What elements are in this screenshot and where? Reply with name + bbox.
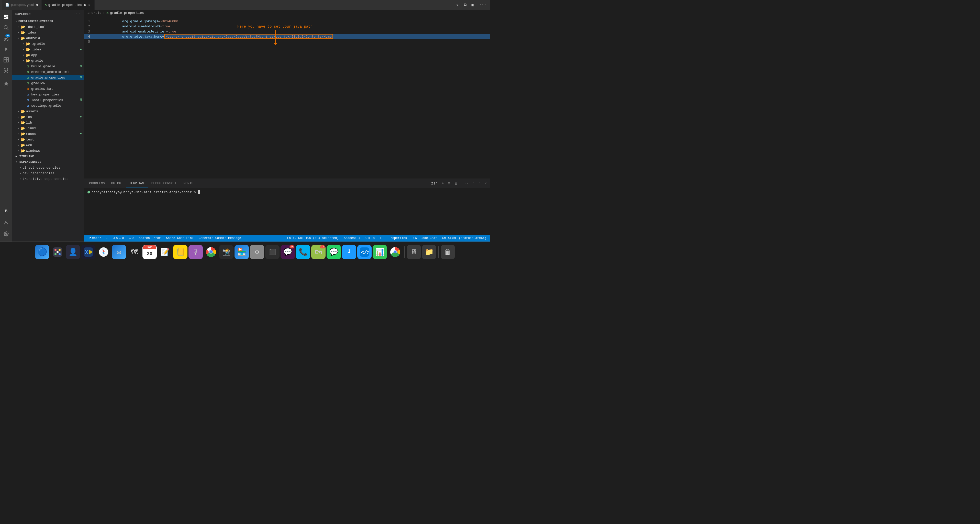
- panel-tab-debug[interactable]: DEBUG CONSOLE: [148, 179, 180, 188]
- dock-item-calendar[interactable]: SEP 20: [142, 245, 157, 259]
- dock-item-documents[interactable]: 📁: [422, 245, 436, 259]
- code-editor[interactable]: 1 org.gradle.jvmargs=-Xmx4608m 2 android…: [84, 16, 490, 178]
- dock-item-launchpad[interactable]: [50, 245, 65, 259]
- panel-collapse[interactable]: ˅: [477, 181, 482, 186]
- tree-item-test[interactable]: ▶ 📂 test: [12, 137, 84, 142]
- dock-item-podcasts[interactable]: 🎙: [188, 245, 203, 259]
- tree-item-gradlew[interactable]: ▶ ⚙ gradlew: [12, 80, 84, 86]
- status-position[interactable]: Ln 4, Col 105 (104 selected): [286, 235, 340, 242]
- dock-item-notes[interactable]: 📒: [173, 245, 188, 259]
- activity-item-remote[interactable]: B: [1, 206, 11, 217]
- tree-item-local-properties[interactable]: ▶ ⚙ local.properties M: [12, 97, 84, 103]
- status-search-error[interactable]: Search Error: [138, 235, 162, 242]
- dock-item-mail[interactable]: ✉️: [112, 245, 126, 259]
- panel-tab-terminal[interactable]: TERMINAL: [126, 179, 148, 188]
- tree-item-windows[interactable]: ▶ 📂 windows: [12, 148, 84, 153]
- panel-tab-ports[interactable]: PORTS: [180, 179, 196, 188]
- tree-item-web[interactable]: ▶ 📂 web: [12, 142, 84, 148]
- panel-kill[interactable]: 🗑: [453, 181, 459, 186]
- panel-tab-problems[interactable]: PROBLEMS: [86, 179, 108, 188]
- activity-item-accounts[interactable]: [1, 218, 11, 228]
- dock-item-skype[interactable]: 📞: [296, 245, 310, 259]
- tree-item-assets[interactable]: ▶ 📂 assets: [12, 108, 84, 114]
- dock-item-appstore[interactable]: 🏪: [234, 245, 249, 259]
- status-eol[interactable]: LF: [379, 235, 384, 242]
- dock-item-xcode[interactable]: X: [81, 245, 95, 259]
- dock-item-maps[interactable]: 🗺: [127, 245, 142, 259]
- activity-item-test[interactable]: [1, 65, 11, 76]
- activity-item-explorer[interactable]: [1, 12, 11, 22]
- tree-item-gradle-folder[interactable]: ▶ 📂 .gradle: [12, 41, 84, 46]
- status-remote[interactable]: ⌁ 0: [128, 235, 135, 242]
- dock-item-shopify[interactable]: 🛍 12: [311, 245, 326, 259]
- activity-item-run[interactable]: [1, 44, 11, 54]
- panel-split[interactable]: ⊟: [447, 181, 451, 186]
- tree-item-idea[interactable]: ▶ 📂 .idea: [12, 30, 84, 35]
- tab-close-button[interactable]: ✕: [87, 3, 91, 7]
- dock-item-numbers[interactable]: 📊: [372, 245, 387, 259]
- status-share-code[interactable]: Share Code Link: [165, 235, 195, 242]
- dock-item-safari[interactable]: [96, 245, 111, 259]
- tree-item-erestro-iml[interactable]: ▶ ⚙ erestro_android.iml: [12, 69, 84, 75]
- dock-item-contacts[interactable]: 👤: [66, 245, 80, 259]
- tree-item-key-properties[interactable]: ▶ ⚙ key.properties: [12, 92, 84, 97]
- dock-item-terminal[interactable]: ⬛: [265, 245, 280, 259]
- dock-item-chrome2[interactable]: [388, 245, 402, 259]
- dock-item-system-prefs[interactable]: ⚙️: [250, 245, 264, 259]
- status-encoding[interactable]: UTF-8: [364, 235, 376, 242]
- tree-item-dev-deps[interactable]: ▶ dev dependencies: [12, 170, 84, 176]
- breadcrumb-android[interactable]: android: [88, 11, 102, 15]
- panel-up[interactable]: ⌃: [471, 181, 476, 186]
- status-spaces[interactable]: Spaces: 4: [343, 235, 361, 242]
- tree-item-lib[interactable]: ▶ 📂 lib: [12, 120, 84, 125]
- breadcrumb-file[interactable]: gradle.properties: [110, 11, 144, 15]
- dock-item-whatsapp[interactable]: 💬: [326, 245, 341, 259]
- dock-item-reminders[interactable]: 📝: [158, 245, 172, 259]
- status-filetype[interactable]: Properties: [388, 235, 408, 242]
- panel-tab-output[interactable]: OUTPUT: [108, 179, 126, 188]
- tab-pubspec-yaml[interactable]: 📄 pubspec.yaml: [2, 0, 42, 10]
- tree-item-transitive-deps[interactable]: ▶ transitive dependencies: [12, 176, 84, 182]
- terminal-content[interactable]: hencypithadiya@Hencys-Mac-mini erestroSi…: [84, 188, 490, 235]
- dock-item-screenshot[interactable]: 📸: [219, 245, 234, 259]
- activity-item-ai[interactable]: [1, 78, 11, 89]
- tree-item-settings-gradle[interactable]: ▶ ⚙ settings.gradle: [12, 103, 84, 108]
- tree-item-dart-tool[interactable]: ▶ 📂 .dart_tool: [12, 24, 84, 30]
- tree-item-gradle-properties[interactable]: ▶ ⚙ gradle.properties M: [12, 75, 84, 80]
- tree-item-android[interactable]: ▾ 📂 android: [12, 35, 84, 41]
- sidebar-root[interactable]: ▾ ERESTROSINGLEVENDER: [12, 18, 84, 24]
- dock-item-chrome[interactable]: [204, 245, 218, 259]
- dock-item-vscode[interactable]: </>: [357, 245, 372, 259]
- activity-item-extensions[interactable]: [1, 55, 11, 65]
- tab-gradle-properties[interactable]: ⚙ gradle.properties ✕: [42, 0, 95, 10]
- activity-item-git[interactable]: 91: [1, 33, 11, 43]
- status-device[interactable]: SM A145F (android-arm64): [441, 235, 487, 242]
- more-actions-icon[interactable]: ···: [477, 2, 488, 8]
- status-errors[interactable]: ⊗ 0 ⚠ 0: [112, 235, 125, 242]
- tree-item-gradlew-bat[interactable]: ▶ ⚙ gradlew.bat: [12, 86, 84, 92]
- dock-item-trash[interactable]: 🗑: [441, 245, 455, 259]
- dock-item-display[interactable]: 🖥: [407, 245, 421, 259]
- layout-icon[interactable]: ▣: [470, 1, 476, 8]
- split-editor-icon[interactable]: ⧉: [462, 2, 468, 8]
- dock-item-slack[interactable]: 💬 9+: [280, 245, 295, 259]
- sidebar-more-button[interactable]: ···: [73, 12, 81, 16]
- panel-close[interactable]: ×: [484, 181, 488, 186]
- section-timeline[interactable]: ▶ TIMELINE: [12, 153, 84, 159]
- section-dependencies[interactable]: ▾ DEPENDENCIES: [12, 159, 84, 165]
- panel-add-terminal[interactable]: +: [441, 181, 445, 186]
- activity-item-settings[interactable]: [1, 229, 11, 239]
- tree-item-direct-deps[interactable]: ▶ direct dependencies: [12, 165, 84, 170]
- status-sync[interactable]: ↻: [105, 235, 109, 242]
- tree-item-ios[interactable]: ▶ 📂 ios ●: [12, 114, 84, 120]
- status-ai-code-chat[interactable]: ⚡ AI Code Chat: [411, 235, 438, 242]
- tree-item-linux[interactable]: ▶ 📂 linux: [12, 125, 84, 131]
- tree-item-idea-android[interactable]: ▶ 📂 .idea ●: [12, 46, 84, 52]
- tree-item-app[interactable]: ▶ 📂 app: [12, 52, 84, 58]
- run-icon[interactable]: ▷: [455, 1, 460, 8]
- tree-item-gradle-sub[interactable]: ▶ 📂 gradle: [12, 58, 84, 64]
- panel-more[interactable]: ···: [461, 181, 469, 186]
- status-commit-msg[interactable]: Generate Commit Message: [198, 235, 242, 242]
- dock-item-finder[interactable]: 🔵: [35, 245, 49, 259]
- activity-item-search[interactable]: [1, 22, 11, 33]
